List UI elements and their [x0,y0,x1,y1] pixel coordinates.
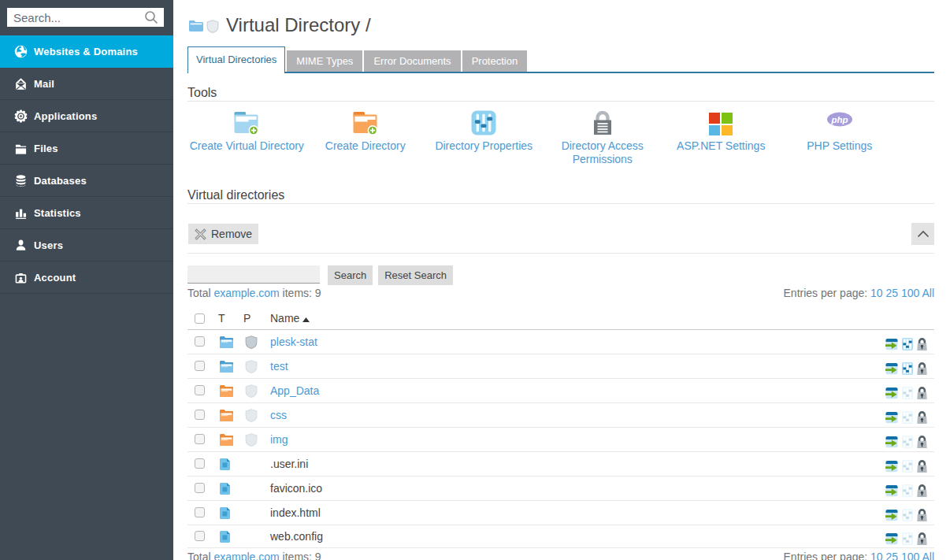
svg-text:php: php [830,115,848,124]
